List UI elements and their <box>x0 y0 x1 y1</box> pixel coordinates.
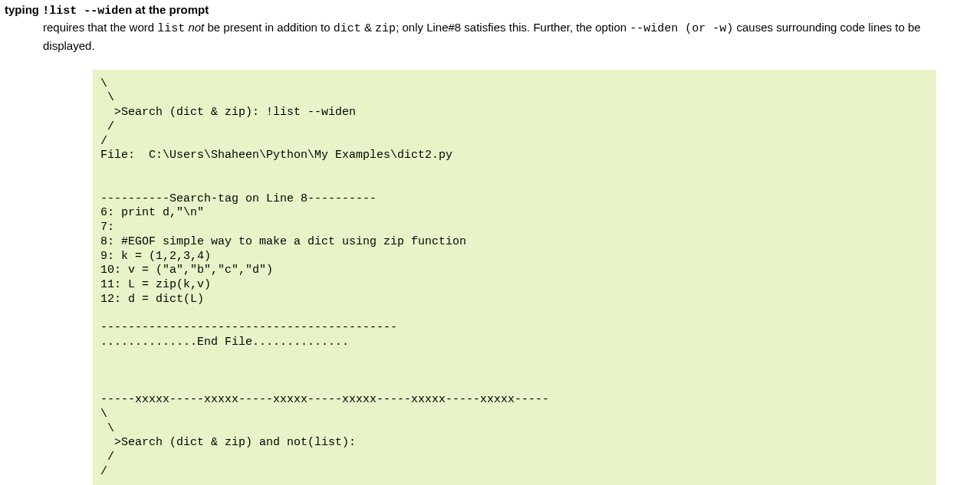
description-paragraph: requires that the word list not be prese… <box>43 19 975 54</box>
heading-suffix: at the prompt <box>132 3 209 16</box>
desc-text: be present in addition to <box>204 21 333 34</box>
desc-code-widen: --widen (or -w) <box>630 22 733 35</box>
desc-text: requires that the word <box>43 21 157 34</box>
heading-prefix: typing <box>5 3 42 16</box>
desc-code-dict: dict <box>334 22 361 35</box>
desc-text: ; only Line#8 satisfies this. Further, t… <box>396 21 630 34</box>
desc-text: & <box>361 21 375 34</box>
section-heading: typing !list --widen at the prompt <box>5 3 975 18</box>
desc-code-list: list <box>157 22 185 35</box>
desc-code-zip: zip <box>375 22 396 35</box>
terminal-output: \ \ >Search (dict & zip): !list --widen … <box>93 70 936 486</box>
desc-not: not <box>188 21 204 34</box>
heading-command: !list --widen <box>42 5 132 18</box>
